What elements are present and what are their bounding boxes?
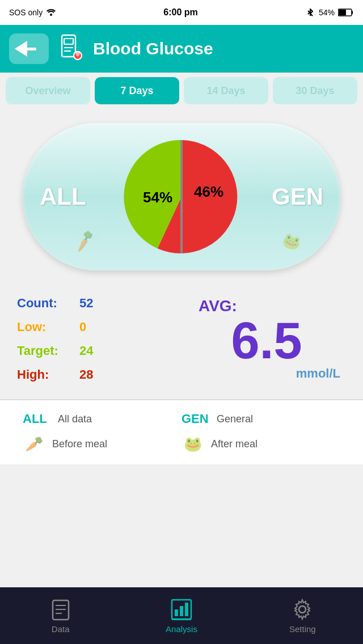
- high-value: 28: [79, 367, 93, 382]
- tab-7days[interactable]: 7 Days: [95, 77, 179, 104]
- legend-row-1: ALL All data GEN General: [23, 412, 340, 426]
- pill-chart: ALL GEN 🥕 🐸 54%: [23, 123, 340, 270]
- chart-area: ALL GEN 🥕 🐸 54%: [0, 109, 363, 285]
- nav-setting[interactable]: Setting: [242, 598, 363, 634]
- status-time: 6:00 pm: [163, 7, 197, 18]
- stats-left: Count: 52 Low: 0 Target: 24 High: 28: [17, 296, 176, 382]
- status-left: SOS only: [9, 8, 56, 17]
- legend-row-2: 🥕 Before meal 🐸 After meal: [23, 435, 340, 453]
- glucose-meter-icon: [58, 36, 84, 62]
- svg-rect-4: [64, 39, 73, 44]
- wifi-icon: [46, 9, 56, 16]
- frog-icon: 🐸: [182, 435, 204, 453]
- gear-icon: [291, 598, 314, 621]
- nav-data[interactable]: Data: [0, 598, 121, 634]
- svg-point-17: [299, 606, 306, 613]
- stats-right: AVG: 6.5 mmol/L: [187, 296, 346, 382]
- after-meal-text: After meal: [211, 438, 258, 450]
- all-abbr: ALL: [23, 412, 51, 426]
- bluetooth-icon: [305, 9, 315, 16]
- target-value: 24: [79, 344, 93, 358]
- status-bar: SOS only 6:00 pm 54%: [0, 0, 363, 25]
- low-label: Low:: [17, 320, 74, 334]
- back-button[interactable]: [9, 33, 49, 64]
- green-percent-label: 46%: [194, 183, 223, 200]
- gen-abbr: GEN: [182, 412, 210, 426]
- gen-label: GEN: [272, 183, 323, 210]
- battery-percent: 54%: [319, 8, 335, 17]
- before-meal-legend: 🥕 Before meal: [23, 435, 182, 453]
- nav-analysis[interactable]: Analysis: [121, 598, 242, 634]
- legend-all: ALL All data: [23, 412, 182, 426]
- gen-text: General: [217, 413, 253, 425]
- header: Blood Glucose: [0, 25, 363, 73]
- stats-area: Count: 52 Low: 0 Target: 24 High: 28 AVG…: [0, 285, 363, 399]
- high-label: High:: [17, 367, 74, 382]
- carrot-icon: 🥕: [23, 435, 45, 453]
- count-value: 52: [79, 296, 93, 311]
- target-row: Target: 24: [17, 344, 176, 358]
- svg-rect-15: [185, 603, 188, 616]
- low-value: 0: [79, 320, 86, 334]
- svg-rect-13: [175, 609, 178, 616]
- nav-setting-label: Setting: [289, 624, 316, 634]
- tab-bar: Overview 7 Days 14 Days 30 Days: [0, 73, 363, 109]
- high-row: High: 28: [17, 367, 176, 382]
- after-meal-legend: 🐸 After meal: [182, 435, 340, 453]
- tab-14days[interactable]: 14 Days: [184, 77, 268, 104]
- status-right: 54%: [305, 8, 354, 17]
- pie-chart: 54% 46%: [113, 129, 250, 265]
- svg-point-0: [50, 14, 52, 16]
- analysis-icon: [170, 598, 193, 621]
- bottom-nav: Data Analysis Setting: [0, 587, 363, 644]
- before-meal-text: Before meal: [52, 438, 107, 450]
- svg-rect-2: [339, 10, 346, 15]
- count-row: Count: 52: [17, 296, 176, 311]
- data-icon: [49, 598, 72, 621]
- legend-gen: GEN General: [182, 412, 340, 426]
- tab-overview[interactable]: Overview: [6, 77, 90, 104]
- sos-label: SOS only: [9, 8, 43, 17]
- avg-unit: mmol/L: [296, 366, 340, 381]
- nav-data-label: Data: [52, 624, 70, 634]
- page-title: Blood Glucose: [93, 39, 354, 58]
- legend-area: ALL All data GEN General 🥕 Before meal 🐸…: [0, 400, 363, 464]
- target-label: Target:: [17, 344, 74, 358]
- nav-analysis-label: Analysis: [166, 624, 197, 634]
- count-label: Count:: [17, 296, 74, 311]
- low-row: Low: 0: [17, 320, 176, 334]
- all-label: ALL: [40, 183, 86, 210]
- tab-30days[interactable]: 30 Days: [273, 77, 357, 104]
- svg-rect-14: [180, 606, 183, 616]
- battery-icon: [338, 9, 354, 16]
- red-percent-label: 54%: [143, 189, 172, 206]
- all-text: All data: [58, 413, 92, 425]
- avg-value: 6.5: [231, 315, 302, 366]
